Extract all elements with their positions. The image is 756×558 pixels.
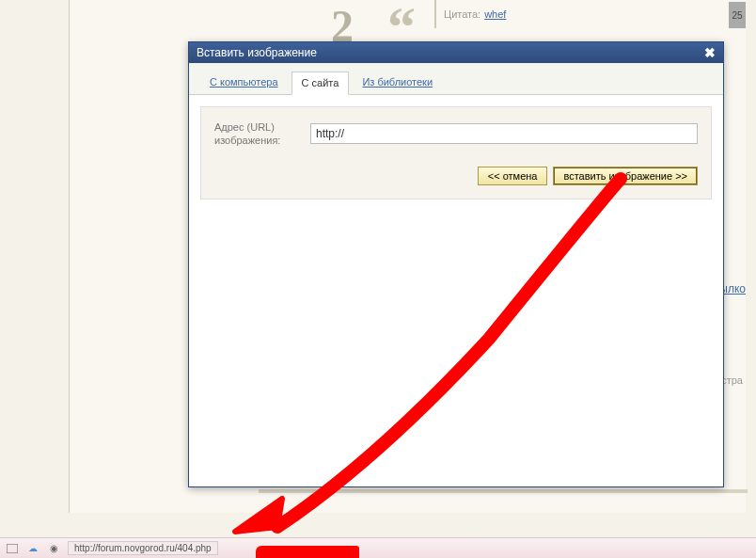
avatar-badge: 25 xyxy=(729,2,746,28)
insert-image-dialog: Вставить изображение ✖ С компьютера С са… xyxy=(188,41,724,487)
close-icon[interactable]: ✖ xyxy=(704,45,716,60)
quote-line: Цитата: whef xyxy=(434,0,506,28)
cancel-button[interactable]: << отмена xyxy=(478,167,548,185)
window-icon[interactable] xyxy=(6,542,19,555)
image-url-input[interactable] xyxy=(310,123,698,144)
url-label: Адрес (URL) изображения: xyxy=(214,120,299,148)
dialog-title: Вставить изображение xyxy=(197,46,317,59)
right-partial-text: стра xyxy=(721,375,743,386)
divider xyxy=(259,489,748,493)
globe-icon[interactable]: ◉ xyxy=(47,542,60,555)
dialog-titlebar[interactable]: Вставить изображение ✖ xyxy=(189,42,723,63)
statusbar-url: http://forum.novgorod.ru/404.php xyxy=(68,541,218,555)
dialog-body: Адрес (URL) изображения: << отмена встав… xyxy=(200,106,712,199)
insert-image-button[interactable]: вставить изображение >> xyxy=(553,167,698,185)
svg-rect-0 xyxy=(7,544,18,553)
tab-from-site[interactable]: С сайта xyxy=(291,72,350,95)
tab-from-library[interactable]: Из библиотеки xyxy=(353,72,442,95)
dialog-tabs: С компьютера С сайта Из библиотеки xyxy=(189,63,723,95)
cloud-icon[interactable]: ☁ xyxy=(26,542,39,555)
quote-user-link[interactable]: whef xyxy=(484,8,506,20)
tab-from-computer[interactable]: С компьютера xyxy=(200,72,288,95)
quote-prefix: Цитата: xyxy=(444,8,480,20)
browser-statusbar: ☁ ◉ http://forum.novgorod.ru/404.php xyxy=(0,537,756,558)
